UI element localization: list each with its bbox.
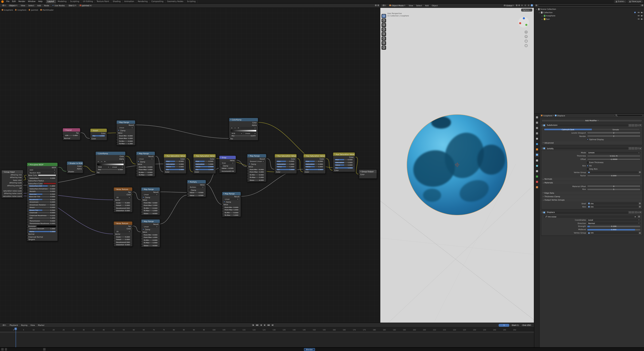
socket[interactable] <box>132 228 133 229</box>
socket[interactable] <box>266 158 267 159</box>
properties-tab-scene[interactable] <box>534 137 539 141</box>
workspace-tab-geometry-nodes[interactable]: Geometry Nodes <box>166 0 186 3</box>
value-slider[interactable]: Sheen0.000 <box>28 206 56 208</box>
close-icon[interactable]: ✕ <box>639 124 642 126</box>
node-header[interactable]: ▾Hue Saturation Value <box>194 154 216 157</box>
value-slider[interactable]: From Min0.000 <box>248 168 265 170</box>
viewport-menu-add[interactable]: Add <box>424 5 430 7</box>
socket[interactable] <box>354 157 356 158</box>
color-swatch[interactable] <box>38 174 56 176</box>
socket[interactable] <box>26 218 28 219</box>
render-toggle-icon[interactable] <box>635 147 637 150</box>
node-value-row[interactable]: From Min0.000 <box>116 134 135 137</box>
value-slider[interactable]: Value0.500 <box>220 167 234 169</box>
node-value-row[interactable]: To Min0.000 <box>116 140 135 143</box>
node-header[interactable]: ▾Noise Texture <box>114 221 132 225</box>
properties-tab-viewlayer[interactable] <box>534 131 539 135</box>
socket[interactable] <box>186 195 188 196</box>
outliner-row-sun[interactable]: ▸Sun <box>534 18 644 21</box>
extras-menu-icon[interactable]: ▾ <box>638 148 638 149</box>
node-select-row[interactable]: Snap▾ <box>219 162 236 164</box>
node-value-row[interactable]: Value0.500 <box>219 167 236 170</box>
value-slider[interactable]: Scale5.000 <box>115 202 131 204</box>
node-value-row[interactable]: Transmission Roughness0.000 <box>27 222 58 225</box>
node-select-row[interactable]: 3D▾ <box>114 196 132 199</box>
socket[interactable] <box>22 174 24 175</box>
value-slider[interactable]: Emission Strength1.000 <box>28 228 56 230</box>
node-value-row[interactable]: Value1.000 <box>164 165 186 168</box>
socket[interactable] <box>186 192 188 193</box>
node-value-row[interactable]: Steps4.000 <box>247 179 266 181</box>
checkbox-icon[interactable]: ✓ <box>142 197 144 198</box>
node-select-row[interactable]: 3D▾ <box>114 230 132 233</box>
ramp-control-button[interactable]: ▾ <box>104 161 106 163</box>
node-value-row[interactable]: To Min0.000 <box>141 239 160 241</box>
vertex-group-field[interactable]: rim <box>587 206 638 208</box>
socket[interactable] <box>332 170 334 171</box>
ramp-stop-dropdown[interactable]: ▾ <box>240 127 256 129</box>
value-slider[interactable]: Pos0.500 <box>97 169 124 171</box>
shader-node-noise-texture-1[interactable]: ▾Noise TextureFacColor3D▾VectorScale5.00… <box>114 187 132 213</box>
node-value-row[interactable]: Saturation1.000 <box>164 163 186 165</box>
value-slider[interactable]: Anisotropic Rotation0.000 <box>28 204 56 206</box>
socket[interactable] <box>90 138 91 139</box>
socket[interactable] <box>113 207 114 209</box>
subpanel-materials[interactable]: ▾Materials <box>541 181 642 184</box>
socket[interactable] <box>22 193 24 194</box>
cam-icon[interactable] <box>641 15 643 17</box>
expand-toggle-icon[interactable]: ▾ <box>542 212 543 213</box>
value-slider[interactable]: From Min0.000 <box>138 166 154 168</box>
value-slider[interactable]: To Min0.000 <box>142 207 158 209</box>
viewport-menu-object[interactable]: Object <box>430 5 439 7</box>
eye-icon[interactable] <box>637 15 640 17</box>
node-select-row[interactable]: Linear▾ <box>141 193 160 196</box>
value-slider[interactable]: Steps4.000 <box>142 212 158 214</box>
value-slider[interactable]: Saturation1.000 <box>305 163 324 165</box>
color-swatch[interactable] <box>43 183 56 184</box>
node-value-row[interactable]: Sheen Tint0.500 <box>27 209 58 212</box>
checkbox-icon[interactable]: ✓ <box>587 138 588 140</box>
value-slider[interactable]: From Max1.000 <box>142 204 158 206</box>
socket[interactable] <box>132 194 133 195</box>
node-value-row[interactable]: Sheen0.000 <box>27 206 58 209</box>
socket[interactable] <box>358 176 360 178</box>
shader-node-hue-sat-5[interactable]: ▾Hue Saturation ValueColorHue0.500Satura… <box>333 152 355 172</box>
node-header[interactable]: ▾Principled BSDF <box>27 163 58 166</box>
number-field[interactable]: 0 <box>587 185 641 187</box>
node-value-row[interactable]: Subsurface0.000 <box>27 177 58 179</box>
socket[interactable] <box>159 223 160 225</box>
properties-tab-tool[interactable] <box>534 115 539 119</box>
node-value-row[interactable]: Anisotropic0.000 <box>27 201 58 203</box>
outliner-row-collection[interactable]: ▾Collection <box>534 11 644 14</box>
socket[interactable] <box>274 172 275 173</box>
value-slider[interactable]: Metallic0.000 <box>28 190 56 192</box>
realtime-toggle-icon[interactable] <box>632 124 634 126</box>
value-slider[interactable]: Fac1.000 <box>334 167 354 169</box>
socket[interactable] <box>247 179 248 181</box>
value-slider[interactable]: Value1.000 <box>305 166 324 168</box>
axis-x-handle[interactable] <box>519 22 521 24</box>
shader-node-color-ramp-2[interactable]: ▾ColorRampColorAlpha+−▾▾RGB▾Linear▾Pos0.… <box>95 151 126 174</box>
properties-tab-material[interactable] <box>534 180 539 184</box>
value-slider[interactable]: To Max1.000 <box>224 214 240 216</box>
node-value-row[interactable]: Scale5.000 <box>114 235 132 238</box>
outliner-row-scene-collection[interactable]: ▾Scene Collection <box>534 8 644 11</box>
node-value-row[interactable]: Saturation1.000 <box>194 163 216 165</box>
value-slider[interactable]: From Min0.000 <box>224 206 240 208</box>
node-header[interactable]: ▾Map Range <box>247 154 266 157</box>
properties-tab-world[interactable] <box>534 142 539 146</box>
breadcrumb-item[interactable]: Icosphere <box>4 9 13 11</box>
breadcrumb-modifier[interactable]: Displace <box>557 115 565 117</box>
invert-icon[interactable] <box>639 232 641 234</box>
node-header[interactable]: ▾Hue Saturation Value <box>304 154 325 157</box>
checkbox-icon[interactable] <box>188 189 190 191</box>
value-slider[interactable]: Fac1.000 <box>305 168 324 170</box>
node-check-row[interactable]: ✓Clamp <box>116 129 135 132</box>
shader-node-map-range-6[interactable]: ▾Map RangeResultLinear▾✓ClampValueFrom M… <box>141 219 160 247</box>
socket[interactable] <box>26 204 28 205</box>
checkbox-icon[interactable]: ✓ <box>138 161 139 162</box>
value-slider[interactable]: Alpha1.000 <box>28 230 56 232</box>
breadcrumb-object[interactable]: Icosphere <box>544 115 552 117</box>
socket[interactable] <box>141 213 142 214</box>
socket[interactable] <box>22 182 24 183</box>
